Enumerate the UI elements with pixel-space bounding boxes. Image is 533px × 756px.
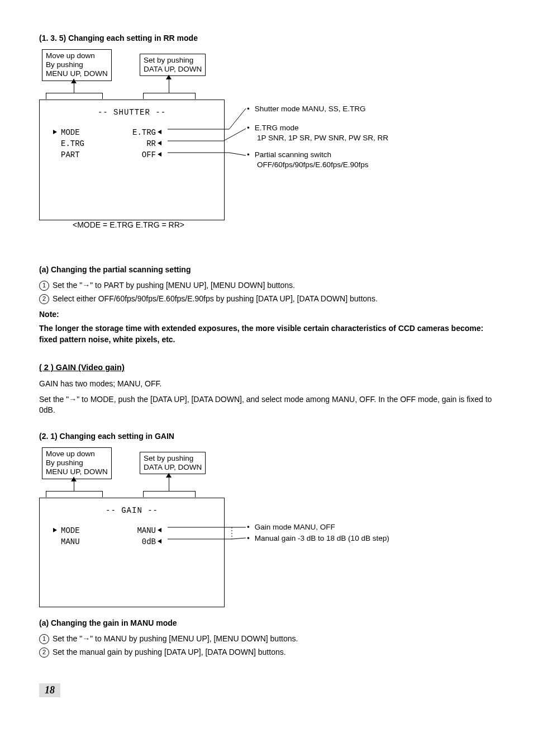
callout-manual-gain: Manual gain -3 dB to 18 dB (10 dB step) [247, 533, 389, 544]
menu-label: MANU [61, 537, 128, 546]
hint-menu-updown-2: Move up down By pushing MENU UP, DOWN [42, 447, 112, 479]
diagram-gain: Move up down By pushing MENU UP, DOWN Se… [39, 447, 494, 615]
menu-row-mode: MODE E.TRG [53, 128, 224, 137]
diagram-shutter: Move up down By pushing MENU UP, DOWN Se… [39, 49, 494, 251]
menu-value: 0dB [128, 537, 161, 546]
menu-label: PART [61, 150, 128, 159]
sub-a-partial: (a) Changing the partial scanning settin… [39, 265, 494, 274]
menu-value: E.TRG [128, 128, 161, 137]
menu-label: MODE [61, 526, 128, 535]
menu-row-manu-gain: MANU 0dB [53, 537, 224, 546]
gain-p1: GAIN has two modes; MANU, OFF. [39, 379, 494, 390]
svg-line-4 [223, 129, 246, 141]
gain-p2: Set the "→" to MODE, push the [DATA UP],… [39, 394, 494, 416]
callout-shutter-mode: Shutter mode MANU, SS, E.TRG [247, 104, 366, 114]
step-1-gain: 1Set the "→" to MANU by pushing [MENU UP… [39, 634, 494, 644]
note-label: Note: [39, 310, 494, 319]
svg-line-5 [229, 153, 246, 155]
hint-data-updown: Set by pushing DATA UP, DOWN [140, 54, 206, 76]
section-1-3-5-title: (1. 3. 5) Changing each setting in RR mo… [39, 34, 494, 42]
menu-value: MANU [128, 526, 161, 535]
callout-gain-mode: Gain mode MANU, OFF [247, 522, 335, 532]
menu-label: MODE [61, 128, 128, 137]
svg-line-3 [229, 108, 246, 129]
menu-row-etrg: E.TRG RR [53, 139, 224, 148]
menu-title-gain: -- GAIN -- [40, 506, 224, 515]
menu-value: OFF [128, 150, 161, 159]
menu-title: -- SHUTTER -- [40, 108, 224, 117]
diagram-caption: <MODE = E.TRG E.TRG = RR> [73, 220, 184, 229]
menu-row-mode-gain: MODE MANU [53, 526, 224, 535]
hint-data-updown-2: Set by pushing DATA UP, DOWN [140, 452, 206, 474]
menu-value: RR [128, 139, 161, 148]
callout-partial-scan: Partial scanning switch OFF/60fps/90fps/… [247, 150, 369, 170]
menu-row-part: PART OFF [53, 150, 224, 159]
hint-menu-updown: Move up down By pushing MENU UP, DOWN [42, 49, 112, 81]
menu-label: E.TRG [61, 139, 128, 148]
step-1: 1Set the "→" to PART by pushing [MENU UP… [39, 281, 494, 291]
section-2-1-title: (2. 1) Changing each setting in GAIN [39, 432, 494, 441]
step-2: 2Select either OFF/60fps/90fps/E.60fps/E… [39, 294, 494, 304]
menu-box-shutter: -- SHUTTER -- MODE E.TRG E.TRG RR PART O… [39, 100, 225, 220]
sub-a-manu: (a) Changing the gain in MANU mode [39, 618, 494, 627]
menu-box-gain: -- GAIN -- MODE MANU MANU 0dB [39, 498, 225, 607]
step-2-gain: 2Set the manual gain by pushing [DATA UP… [39, 648, 494, 658]
note-body: The longer the storage time with extende… [39, 323, 494, 345]
callout-etrg-mode: E.TRG mode 1P SNR, 1P SR, PW SNR, PW SR,… [247, 123, 388, 143]
svg-line-8 [232, 538, 246, 539]
page-number: 18 [39, 683, 60, 697]
section-2-heading: ( 2 ) GAIN (Video gain) [39, 363, 494, 372]
